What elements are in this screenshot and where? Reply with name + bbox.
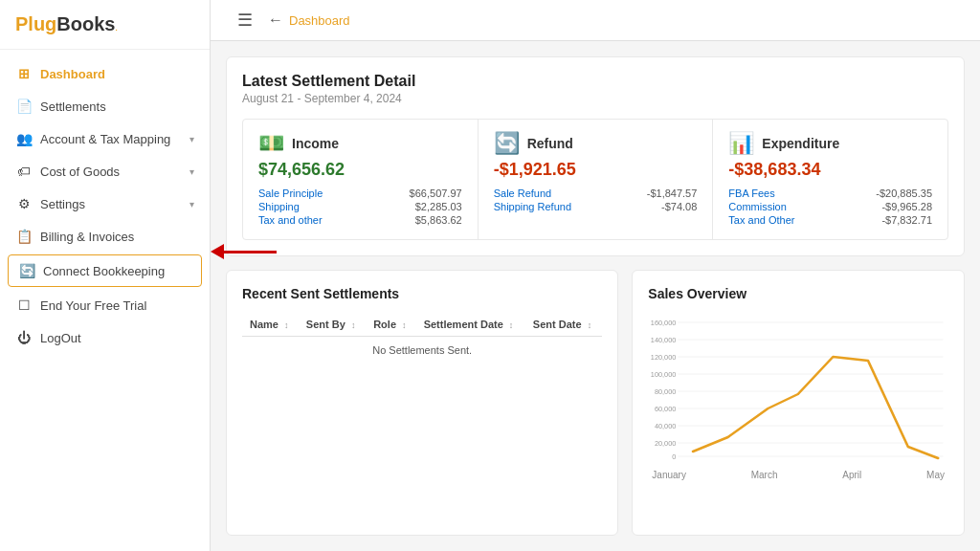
- refund-icon: 🔄: [494, 131, 520, 156]
- settlements-table: Name ↕ Sent By ↕ Role ↕ Settlement Date …: [242, 313, 602, 364]
- detail-label: Sale Principle: [258, 187, 323, 199]
- income-details: Sale Principle$66,507.97 Shipping$2,285.…: [258, 187, 462, 226]
- sort-icon: ↕: [351, 320, 356, 330]
- x-label-apr: April: [842, 470, 861, 480]
- sidebar-item-label: LogOut: [40, 331, 81, 345]
- refund-details: Sale Refund-$1,847.57 Shipping Refund-$7…: [494, 187, 698, 212]
- trial-icon: ☐: [15, 298, 33, 313]
- col-sent-date[interactable]: Sent Date ↕: [525, 313, 603, 337]
- sidebar-item-label: End Your Free Trial: [40, 298, 146, 313]
- settings-icon: ⚙: [15, 196, 33, 211]
- sidebar-item-label: Settings: [40, 197, 85, 211]
- connect-icon: 🔄: [18, 263, 35, 278]
- refund-amount: -$1,921.65: [494, 160, 698, 180]
- x-label-mar: March: [751, 470, 778, 480]
- detail-value: $66,507.97: [410, 187, 462, 199]
- svg-text:20,000: 20,000: [655, 440, 676, 448]
- chevron-down-icon: ▾: [189, 166, 194, 177]
- sidebar-item-label: Billing & Invoices: [40, 230, 134, 244]
- sales-chart: 160,000 140,000 120,000 100,000 80,000 6…: [648, 313, 948, 466]
- income-icon: 💵: [258, 131, 284, 156]
- svg-text:0: 0: [673, 453, 677, 461]
- breadcrumb-label: Dashboard: [289, 13, 350, 28]
- expenditure-details: FBA Fees-$20,885.35 Commission-$9,965.28…: [728, 187, 932, 226]
- expenditure-icon: 📊: [728, 131, 754, 156]
- back-button[interactable]: ←: [268, 11, 283, 29]
- sidebar-menu: ⊞ Dashboard 📄 Settlements 👥 Account & Ta…: [0, 50, 210, 551]
- sidebar-item-connect-bookkeeping[interactable]: 🔄 Connect Bookkeeping: [8, 254, 202, 287]
- cost-goods-icon: 🏷: [15, 164, 33, 179]
- refund-title: Refund: [527, 136, 573, 151]
- sidebar-item-label: Cost of Goods: [40, 165, 120, 179]
- income-card: 💵 Income $74,656.62 Sale Principle$66,50…: [243, 120, 479, 239]
- detail-label: Tax and other: [258, 214, 323, 226]
- chart-x-labels: January March April May: [648, 470, 948, 480]
- detail-value: -$1,847.57: [647, 187, 698, 199]
- content-area: Latest Settlement Detail August 21 - Sep…: [211, 41, 980, 551]
- settlements-icon: 📄: [15, 99, 33, 114]
- sidebar-item-label: Connect Bookkeeping: [43, 264, 165, 278]
- sidebar-item-settings[interactable]: ⚙ Settings ▾: [0, 187, 210, 220]
- col-settlement-date[interactable]: Settlement Date ↕: [416, 313, 525, 337]
- detail-label: FBA Fees: [728, 187, 774, 199]
- refund-card: 🔄 Refund -$1,921.65 Sale Refund-$1,847.5…: [479, 120, 714, 239]
- col-role[interactable]: Role ↕: [366, 313, 415, 337]
- no-data-message: No Settlements Sent.: [242, 337, 602, 364]
- settlement-date: August 21 - September 4, 2024: [242, 92, 948, 105]
- detail-label: Shipping: [258, 201, 300, 212]
- breadcrumb: ← Dashboard: [268, 11, 350, 29]
- settlement-title: Latest Settlement Detail: [242, 73, 948, 90]
- recent-settlements-title: Recent Sent Settlements: [242, 286, 602, 301]
- logo-books: Books: [56, 13, 115, 34]
- sidebar: PlugBooks. ⊞ Dashboard 📄 Settlements 👥 A…: [0, 0, 211, 551]
- detail-value: $2,285.03: [415, 201, 462, 212]
- hamburger-icon[interactable]: ☰: [230, 10, 260, 31]
- x-label-may: May: [926, 470, 945, 480]
- col-sent-by[interactable]: Sent By ↕: [299, 313, 366, 337]
- bottom-section: Recent Sent Settlements Name ↕ Sent By ↕…: [226, 270, 965, 536]
- sidebar-item-billing[interactable]: 📋 Billing & Invoices: [0, 220, 210, 253]
- sidebar-item-settlements[interactable]: 📄 Settlements: [0, 90, 210, 122]
- svg-text:80,000: 80,000: [655, 388, 676, 396]
- sidebar-item-cost-of-goods[interactable]: 🏷 Cost of Goods ▾: [0, 155, 210, 187]
- expenditure-card: 📊 Expenditure -$38,683.34 FBA Fees-$20,8…: [713, 120, 947, 239]
- sidebar-item-label: Dashboard: [40, 67, 105, 81]
- col-name[interactable]: Name ↕: [242, 313, 299, 337]
- expenditure-amount: -$38,683.34: [728, 160, 932, 180]
- detail-value: -$7,832.71: [881, 214, 932, 226]
- detail-value: $5,863.62: [415, 214, 462, 226]
- detail-value: -$74.08: [661, 201, 697, 212]
- sidebar-item-end-free-trial[interactable]: ☐ End Your Free Trial: [0, 289, 210, 321]
- logo: PlugBooks.: [0, 0, 210, 50]
- sidebar-item-account-tax[interactable]: 👥 Account & Tax Mapping ▾: [0, 122, 210, 155]
- svg-text:100,000: 100,000: [651, 371, 676, 379]
- detail-label: Commission: [728, 201, 787, 212]
- sidebar-item-label: Settlements: [40, 99, 106, 114]
- detail-value: -$20,885.35: [876, 187, 932, 199]
- sort-icon: ↕: [588, 320, 592, 330]
- svg-text:60,000: 60,000: [655, 406, 676, 413]
- chart-svg: 160,000 140,000 120,000 100,000 80,000 6…: [648, 313, 948, 466]
- main-content: ☰ ← Dashboard Latest Settlement Detail A…: [211, 0, 980, 551]
- settlement-cards: 💵 Income $74,656.62 Sale Principle$66,50…: [242, 119, 948, 240]
- detail-label: Sale Refund: [494, 187, 552, 199]
- settlement-detail-card: Latest Settlement Detail August 21 - Sep…: [226, 56, 965, 256]
- logout-icon: ⏻: [15, 330, 33, 345]
- chevron-down-icon: ▾: [189, 199, 194, 209]
- chevron-down-icon: ▾: [189, 134, 194, 144]
- svg-text:40,000: 40,000: [655, 423, 676, 430]
- sidebar-item-dashboard[interactable]: ⊞ Dashboard: [0, 57, 210, 90]
- expenditure-title: Expenditure: [762, 136, 839, 151]
- svg-text:140,000: 140,000: [651, 337, 676, 344]
- x-label-jan: January: [652, 470, 686, 480]
- dashboard-icon: ⊞: [15, 66, 33, 81]
- recent-settlements-panel: Recent Sent Settlements Name ↕ Sent By ↕…: [226, 270, 618, 536]
- sales-overview-title: Sales Overview: [648, 286, 948, 301]
- logo-plug: Plug: [15, 13, 56, 34]
- sidebar-item-logout[interactable]: ⏻ LogOut: [0, 321, 210, 354]
- sort-icon: ↕: [509, 320, 514, 330]
- detail-label: Tax and Other: [728, 214, 794, 226]
- account-tax-icon: 👥: [15, 131, 33, 146]
- svg-text:120,000: 120,000: [651, 354, 676, 362]
- table-empty-row: No Settlements Sent.: [242, 337, 602, 364]
